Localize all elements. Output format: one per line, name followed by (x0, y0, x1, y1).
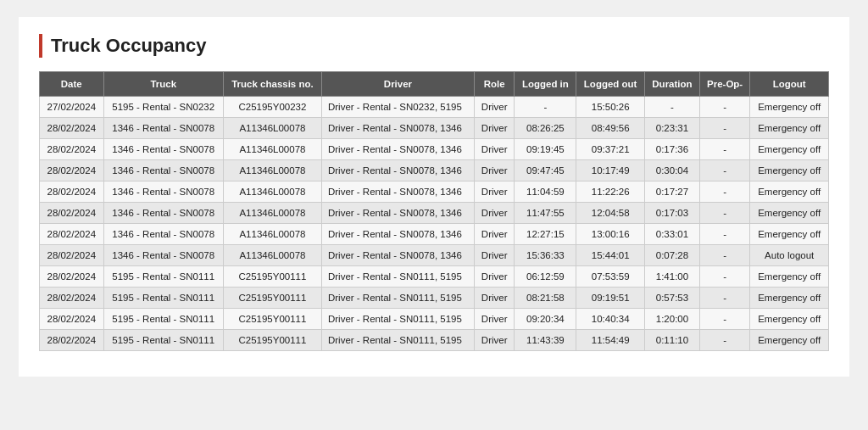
col-header-logged-out: Logged out (576, 72, 645, 97)
table-row: 28/02/20241346 - Rental - SN0078A11346L0… (40, 203, 829, 224)
cell-pre_op: - (699, 224, 750, 245)
col-header-pre-op: Pre-Op- (699, 72, 750, 97)
cell-date: 28/02/2024 (40, 309, 104, 330)
cell-logout: Emergency off (750, 203, 829, 224)
cell-logged_out: 10:17:49 (576, 160, 645, 181)
cell-duration: - (645, 97, 700, 118)
cell-duration: 0:17:27 (645, 181, 700, 203)
cell-duration: 0:17:03 (645, 203, 700, 224)
cell-logged_out: 11:22:26 (576, 181, 645, 203)
cell-logout: Emergency off (750, 139, 829, 160)
table-row: 28/02/20241346 - Rental - SN0078A11346L0… (40, 245, 829, 266)
cell-logged_in: 11:47:55 (515, 203, 576, 224)
table-row: 28/02/20241346 - Rental - SN0078A11346L0… (40, 118, 829, 139)
cell-truck: 1346 - Rental - SN0078 (103, 118, 223, 139)
table-row: 28/02/20241346 - Rental - SN0078A11346L0… (40, 224, 829, 245)
cell-logged_out: 09:19:51 (576, 288, 645, 309)
cell-pre_op: - (699, 266, 750, 288)
cell-chassis: C25195Y00111 (223, 309, 321, 330)
table-row: 28/02/20245195 - Rental - SN0111C25195Y0… (40, 266, 829, 288)
cell-duration: 0:23:31 (645, 118, 700, 139)
cell-logout: Emergency off (750, 288, 829, 309)
cell-logout: Emergency off (750, 330, 829, 351)
col-header-logout: Logout (750, 72, 829, 97)
cell-truck: 5195 - Rental - SN0111 (103, 266, 223, 288)
cell-logged_out: 10:40:34 (576, 309, 645, 330)
cell-truck: 5195 - Rental - SN0111 (103, 309, 223, 330)
table-row: 28/02/20241346 - Rental - SN0078A11346L0… (40, 139, 829, 160)
col-header-chassis: Truck chassis no. (223, 72, 321, 97)
cell-date: 28/02/2024 (40, 160, 104, 181)
cell-truck: 5195 - Rental - SN0111 (103, 288, 223, 309)
cell-chassis: C25195Y00111 (223, 288, 321, 309)
cell-role: Driver (474, 139, 515, 160)
cell-logout: Emergency off (750, 224, 829, 245)
cell-pre_op: - (699, 245, 750, 266)
cell-role: Driver (474, 245, 515, 266)
page-title: Truck Occupancy (51, 35, 206, 57)
cell-logged_in: 11:43:39 (515, 330, 576, 351)
cell-driver: Driver - Rental - SN0111, 5195 (321, 330, 474, 351)
cell-duration: 0:17:36 (645, 139, 700, 160)
table-row: 28/02/20245195 - Rental - SN0111C25195Y0… (40, 288, 829, 309)
cell-date: 28/02/2024 (40, 139, 104, 160)
cell-chassis: A11346L00078 (223, 224, 321, 245)
cell-driver: Driver - Rental - SN0111, 5195 (321, 266, 474, 288)
cell-driver: Driver - Rental - SN0078, 1346 (321, 203, 474, 224)
cell-logged_out: 07:53:59 (576, 266, 645, 288)
cell-logged_in: 12:27:15 (515, 224, 576, 245)
cell-truck: 1346 - Rental - SN0078 (103, 203, 223, 224)
cell-duration: 0:30:04 (645, 160, 700, 181)
cell-role: Driver (474, 288, 515, 309)
truck-occupancy-table: Date Truck Truck chassis no. Driver Role… (39, 71, 829, 351)
cell-role: Driver (474, 118, 515, 139)
cell-date: 28/02/2024 (40, 224, 104, 245)
cell-duration: 0:07:28 (645, 245, 700, 266)
cell-logout: Emergency off (750, 97, 829, 118)
cell-pre_op: - (699, 203, 750, 224)
cell-date: 28/02/2024 (40, 203, 104, 224)
col-header-date: Date (40, 72, 104, 97)
cell-duration: 0:11:10 (645, 330, 700, 351)
table-body: 27/02/20245195 - Rental - SN0232C25195Y0… (40, 97, 829, 351)
title-container: Truck Occupancy (39, 34, 829, 58)
cell-logout: Emergency off (750, 160, 829, 181)
cell-driver: Driver - Rental - SN0078, 1346 (321, 181, 474, 203)
cell-driver: Driver - Rental - SN0111, 5195 (321, 288, 474, 309)
cell-chassis: A11346L00078 (223, 181, 321, 203)
cell-truck: 1346 - Rental - SN0078 (103, 139, 223, 160)
cell-chassis: A11346L00078 (223, 203, 321, 224)
cell-date: 27/02/2024 (40, 97, 104, 118)
cell-pre_op: - (699, 181, 750, 203)
cell-logout: Emergency off (750, 266, 829, 288)
cell-logged_out: 12:04:58 (576, 203, 645, 224)
table-row: 28/02/20241346 - Rental - SN0078A11346L0… (40, 160, 829, 181)
cell-truck: 5195 - Rental - SN0111 (103, 330, 223, 351)
cell-logout: Emergency off (750, 309, 829, 330)
cell-logout: Emergency off (750, 118, 829, 139)
cell-truck: 5195 - Rental - SN0232 (103, 97, 223, 118)
cell-driver: Driver - Rental - SN0078, 1346 (321, 139, 474, 160)
cell-duration: 1:41:00 (645, 266, 700, 288)
cell-driver: Driver - Rental - SN0232, 5195 (321, 97, 474, 118)
cell-logged_out: 13:00:16 (576, 224, 645, 245)
cell-truck: 1346 - Rental - SN0078 (103, 245, 223, 266)
cell-chassis: A11346L00078 (223, 245, 321, 266)
cell-pre_op: - (699, 330, 750, 351)
cell-logged_in: - (515, 97, 576, 118)
cell-role: Driver (474, 309, 515, 330)
cell-duration: 0:33:01 (645, 224, 700, 245)
cell-driver: Driver - Rental - SN0078, 1346 (321, 118, 474, 139)
cell-logged_in: 15:36:33 (515, 245, 576, 266)
cell-pre_op: - (699, 160, 750, 181)
cell-logged_in: 11:04:59 (515, 181, 576, 203)
cell-logged_in: 09:20:34 (515, 309, 576, 330)
cell-role: Driver (474, 266, 515, 288)
cell-role: Driver (474, 203, 515, 224)
col-header-truck: Truck (103, 72, 223, 97)
cell-logged_in: 09:19:45 (515, 139, 576, 160)
table-header-row: Date Truck Truck chassis no. Driver Role… (40, 72, 829, 97)
cell-logged_out: 15:44:01 (576, 245, 645, 266)
cell-truck: 1346 - Rental - SN0078 (103, 181, 223, 203)
cell-logged_in: 06:12:59 (515, 266, 576, 288)
